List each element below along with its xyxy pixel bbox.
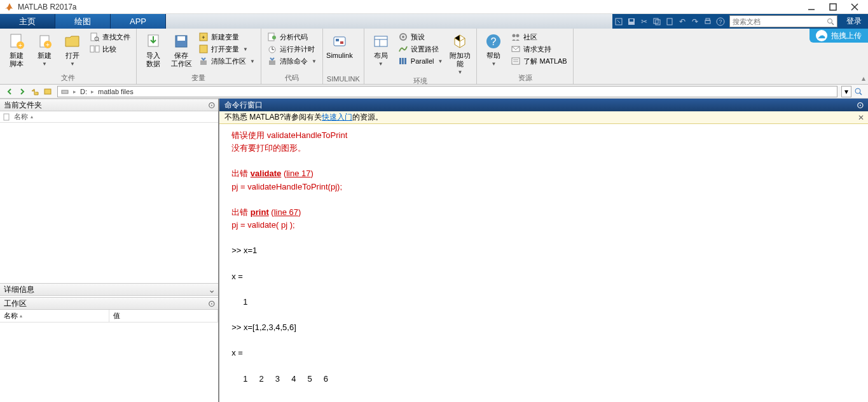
panel-header-details[interactable]: 详细信息 ⌃ [0,283,218,296]
panel-header-workspace[interactable]: 工作区 ⊙ [0,297,218,310]
svg-rect-11 [706,18,710,20]
error-func-link[interactable]: print [251,207,269,217]
doc-search-input[interactable] [733,18,827,25]
timeit-icon [267,44,277,54]
panel-workspace: 工作区 ⊙ 名称▴ 值 [0,297,218,402]
parallel-button[interactable]: Parallel ▼ [396,55,445,67]
new-variable-button[interactable]: + 新建变量 [196,31,257,43]
command-window[interactable]: 错误使用 validateHandleToPrint 没有要打印的图形。 出错 … [219,124,868,402]
nav-forward-button[interactable] [17,86,28,97]
ws-col-value[interactable]: 值 [109,310,219,322]
banner-link[interactable]: 快速入门 [322,112,352,123]
cut-icon[interactable] [612,15,625,28]
minimize-button[interactable] [807,3,816,11]
nav-back-button[interactable] [4,86,15,97]
support-label: 请求支持 [523,45,551,54]
run-and-time-button[interactable]: 运行并计时 [265,43,319,55]
help-label: 帮助 [486,52,500,60]
import-data-button[interactable]: 导入 数据 [141,31,166,69]
panel-title-folder: 当前文件夹 [4,100,42,111]
error-func-link[interactable]: validate [251,169,281,178]
command-banner: 不熟悉 MATLAB?请参阅有关快速入门的资源。 ✕ [219,111,868,124]
undo-icon[interactable]: ↶ [676,15,689,28]
open-variable-button[interactable]: 打开变量 ▼ [196,43,257,55]
save-workspace-button[interactable]: 保存 工作区 [169,31,194,69]
redo-icon[interactable]: ↷ [689,15,701,28]
folder-list[interactable]: 名称 ▴ [0,111,218,283]
titlebar: MATLAB R2017a [0,0,868,14]
tab-apps[interactable]: APP [111,14,166,29]
addons-button[interactable]: 附加功能 ▼ [447,31,472,76]
setpath-label: 设置路径 [411,45,439,54]
tab-home[interactable]: 主页 [0,14,55,29]
path-sep-icon: ▸ [73,88,76,95]
clear-ws-label: 清除工作区 [211,57,246,66]
nav-history-button[interactable] [42,86,53,97]
copy-icon[interactable] [651,15,663,28]
path-drive[interactable]: D: [80,88,87,95]
error-line-link[interactable]: line 17 [286,169,310,178]
svg-rect-60 [62,90,68,94]
maximize-button[interactable] [829,3,837,11]
doc-search[interactable] [729,15,837,27]
analyze-code-button[interactable]: 分析代码 [265,31,319,43]
command-window-header[interactable]: 命令行窗口 ⊙ [219,99,868,111]
pathbar: ▸ D: ▸ matlab files ▾ [0,85,868,99]
dropdown-arrow-icon: ▼ [378,61,383,67]
simulink-button[interactable]: Simulink [327,31,352,61]
ribbon-collapse-button[interactable]: ▴ [862,74,865,83]
preferences-button[interactable]: 预设 [396,31,445,43]
new-script-button[interactable]: + 新建 脚本 [4,31,29,69]
path-dropdown-button[interactable]: ▾ [841,86,851,97]
panel-menu-icon[interactable]: ⊙ [208,100,216,110]
ws-col-name[interactable]: 名称▴ [0,310,109,322]
group-label-code: 代码 [265,73,319,83]
clear-commands-button[interactable]: 清除命令 ▼ [265,55,319,67]
sort-arrow-icon: ▴ [31,114,33,120]
panel-expand-icon[interactable]: ⌃ [208,284,216,295]
svg-text:?: ? [491,36,497,47]
error-line-link[interactable]: line 67 [274,207,298,217]
panel-details: 详细信息 ⌃ [0,283,218,297]
community-button[interactable]: 社区 [509,31,568,43]
ribbon-group-code: 分析代码 运行并计时 清除命令 ▼ 代码 [261,29,323,84]
upload-float-button[interactable]: ☁ 拖拽上传 [809,29,868,43]
print-icon[interactable] [701,15,714,28]
workspace-list[interactable]: 名称▴ 值 [0,310,218,402]
cmd-output: x = [227,348,243,357]
help-top-icon[interactable]: ? [714,15,727,28]
gear-icon [398,32,408,42]
cut2-icon[interactable]: ✂ [638,15,651,28]
path-search-button[interactable] [853,86,864,97]
nav-up-button[interactable] [29,86,41,97]
open-button[interactable]: 打开 ▼ [60,31,85,68]
path-input[interactable]: ▸ D: ▸ matlab files [57,86,837,97]
panel-menu-icon[interactable]: ⊙ [208,298,216,308]
request-support-button[interactable]: 请求支持 [509,43,568,55]
svg-text:+: + [46,41,50,48]
search-icon[interactable] [827,18,834,25]
close-button[interactable] [850,3,859,11]
panel-header-folder[interactable]: 当前文件夹 ⊙ [0,99,218,111]
help-button[interactable]: ? 帮助 ▼ [481,31,506,68]
login-button[interactable]: 登录 [840,16,868,27]
learn-matlab-button[interactable]: 了解 MATLAB [509,55,568,67]
banner-close-button[interactable]: ✕ [858,113,864,122]
cmd-line: >> x=1 [227,246,257,255]
timeit-label: 运行并计时 [280,45,315,54]
folder-column-header[interactable]: 名称 ▴ [0,111,218,123]
clear-workspace-button[interactable]: 清除工作区 ▼ [196,55,257,67]
set-path-button[interactable]: 设置路径 [396,43,445,55]
find-files-button[interactable]: 查找文件 [88,31,132,43]
svg-rect-26 [95,46,99,52]
tab-plots[interactable]: 绘图 [55,14,111,29]
compare-button[interactable]: 比较 [88,43,132,55]
save-icon[interactable] [625,15,638,28]
paste-icon[interactable] [663,15,676,28]
layout-button[interactable]: 布局 ▼ [368,31,394,68]
path-folder[interactable]: matlab files [98,88,134,95]
main-area: 当前文件夹 ⊙ 名称 ▴ 详细信息 ⌃ 工作区 ⊙ [0,99,868,402]
new-button[interactable]: + 新建 ▼ [32,31,57,68]
panel-menu-icon[interactable]: ⊙ [857,100,864,110]
cmd-line: >> x=[1,2,3,4,5,6] [227,322,296,332]
